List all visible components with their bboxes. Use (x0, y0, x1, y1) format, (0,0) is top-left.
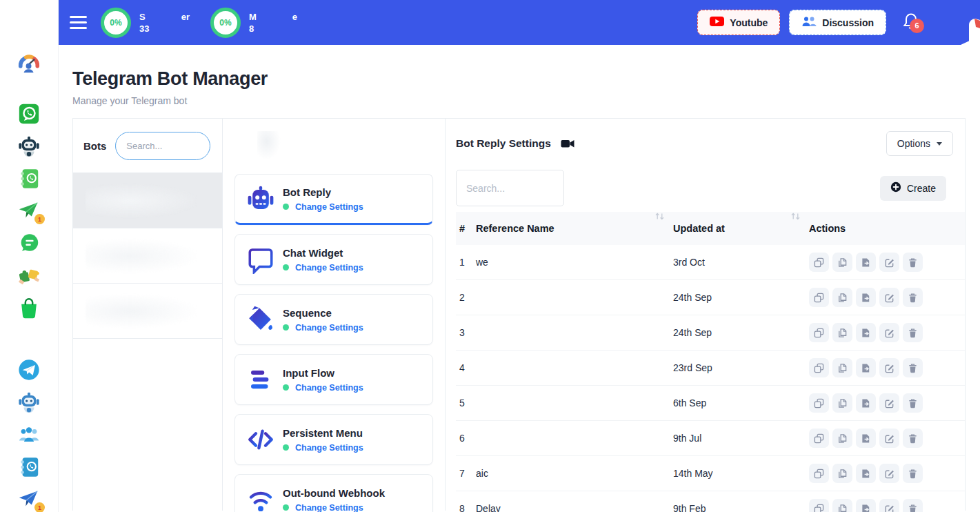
change-settings-link[interactable]: Change Settings (295, 503, 363, 512)
delete-button[interactable] (903, 288, 923, 307)
clone-button[interactable] (809, 288, 829, 307)
cut-off-corner (961, 36, 980, 45)
clone-button[interactable] (809, 499, 829, 512)
clone-button[interactable] (809, 464, 829, 483)
settings-menu-card[interactable]: Sequence Change Settings (234, 294, 433, 345)
clone-button[interactable] (809, 358, 829, 377)
export-button[interactable] (856, 429, 876, 448)
delete-button[interactable] (903, 429, 923, 448)
copy-button[interactable] (832, 323, 852, 342)
contacts-book-blue-icon (17, 455, 41, 482)
reference-name: aic (476, 468, 673, 479)
copy-button[interactable] (832, 393, 852, 413)
card-title: Persistent Menu (283, 427, 363, 439)
sidebar-icon-button[interactable] (15, 297, 43, 323)
edit-button[interactable] (879, 288, 899, 307)
change-settings-link[interactable]: Change Settings (295, 323, 363, 333)
change-settings-link[interactable]: Change Settings (295, 443, 363, 453)
copy-icon (837, 398, 848, 408)
edit-button[interactable] (879, 253, 899, 272)
export-button[interactable] (856, 288, 876, 307)
edit-button[interactable] (879, 429, 899, 448)
sidebar-icon-button[interactable] (15, 423, 43, 449)
sidebar-icon-button[interactable] (15, 135, 43, 161)
export-button[interactable] (856, 323, 876, 342)
edit-button[interactable] (879, 358, 899, 377)
table-row: 5 6th Sep (456, 386, 965, 421)
settings-menu-card[interactable]: Persistent Menu Change Settings (234, 414, 433, 465)
progress-value: 8 (249, 23, 297, 35)
export-button[interactable] (856, 393, 876, 413)
sidebar-icon-button[interactable] (15, 455, 43, 482)
whatsapp-icon (17, 102, 41, 128)
bot-list-item[interactable] (73, 228, 222, 284)
updated-at: 9th Jul (673, 433, 809, 444)
table-row: 6 9th Jul (456, 421, 965, 456)
sidebar-icon-button[interactable] (15, 264, 43, 291)
discussion-button[interactable]: Discussion (789, 10, 886, 35)
delete-button[interactable] (903, 393, 923, 413)
edit-button[interactable] (879, 323, 899, 342)
settings-menu-column: Bot Reply Change Settings Chat (223, 119, 446, 511)
app-sidebar: 1 (0, 0, 59, 512)
progress-value: 33 (139, 23, 190, 35)
bot-list-item[interactable] (73, 173, 222, 228)
delete-button[interactable] (903, 464, 923, 483)
bot-list-item[interactable] (73, 284, 222, 339)
sidebar-icon-button[interactable] (15, 391, 43, 417)
delete-button[interactable] (903, 253, 923, 272)
copy-button[interactable] (832, 288, 852, 307)
sort-icon[interactable] (654, 212, 665, 234)
copy-icon (837, 469, 848, 479)
settings-menu-card[interactable]: Chat Widget Change Settings (234, 234, 433, 285)
copy-button[interactable] (832, 253, 852, 272)
export-button[interactable] (856, 464, 876, 483)
copy-button[interactable] (832, 429, 852, 448)
row-number: 6 (456, 433, 476, 444)
copy-button[interactable] (832, 358, 852, 377)
sidebar-icon-button[interactable]: 1 (15, 488, 43, 512)
export-button[interactable] (856, 499, 876, 512)
sidebar-icon-button[interactable] (15, 102, 43, 128)
edit-icon (884, 257, 894, 268)
sidebar-icon-button[interactable]: 1 (15, 199, 43, 226)
sort-icon[interactable] (790, 212, 801, 234)
page-subtitle: Manage your Telegram bot (72, 95, 980, 106)
edit-button[interactable] (879, 464, 899, 483)
edit-button[interactable] (879, 499, 899, 512)
delete-button[interactable] (903, 499, 923, 512)
notifications-button[interactable]: 6 (903, 12, 919, 33)
copy-button[interactable] (832, 464, 852, 483)
dashboard-gauge-icon (17, 52, 41, 79)
sidebar-icon-button[interactable] (15, 52, 43, 79)
change-settings-link[interactable]: Change Settings (295, 263, 363, 273)
table-row: 2 24th Sep (456, 280, 965, 315)
clone-button[interactable] (809, 253, 829, 272)
delete-button[interactable] (903, 323, 923, 342)
change-settings-link[interactable]: Change Settings (295, 383, 363, 393)
copy-button[interactable] (832, 499, 852, 512)
clone-button[interactable] (809, 323, 829, 342)
sidebar-icon-button[interactable] (15, 232, 43, 258)
bots-search-input[interactable] (115, 132, 210, 160)
settings-menu-card[interactable]: Bot Reply Change Settings (234, 174, 433, 225)
youtube-button[interactable]: Youtube (697, 10, 780, 35)
export-button[interactable] (856, 358, 876, 377)
clone-button[interactable] (809, 429, 829, 448)
change-settings-link[interactable]: Change Settings (295, 202, 363, 212)
delete-button[interactable] (903, 358, 923, 377)
menu-toggle-icon[interactable] (70, 12, 87, 32)
sidebar-icon-button[interactable] (15, 167, 43, 193)
edit-button[interactable] (879, 393, 899, 413)
delete-icon (908, 363, 918, 373)
video-tutorial-icon[interactable] (561, 138, 574, 149)
sidebar-icon-button[interactable] (15, 358, 43, 384)
redacted-content (234, 119, 433, 174)
table-search-input[interactable] (456, 170, 564, 206)
settings-menu-card[interactable]: Out-bound Webhook Change Settings (234, 474, 433, 512)
create-button[interactable]: Create (880, 176, 946, 201)
settings-menu-card[interactable]: Input Flow Change Settings (234, 354, 433, 405)
export-button[interactable] (856, 253, 876, 272)
clone-button[interactable] (809, 393, 829, 413)
options-button[interactable]: Options (886, 131, 953, 156)
